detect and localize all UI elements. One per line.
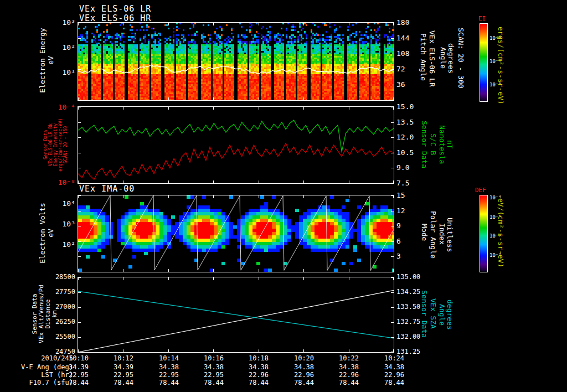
time-tick-label: 10:10 xyxy=(66,354,91,362)
p2-right-label-line: Sensor Data xyxy=(420,121,429,168)
row-value: 22.95 xyxy=(156,371,182,379)
p4-rtick-label: 133.50 xyxy=(396,303,420,311)
axis-label-line: km xyxy=(51,277,58,352)
row-value: 34.38 xyxy=(291,363,317,371)
colorbar1-label: EI xyxy=(478,15,486,22)
p2-rtick-label: 7.5 xyxy=(396,179,409,187)
els-spectrogram-panel xyxy=(78,22,394,101)
p1-right-label-line: SCAN: 20 - 300 xyxy=(457,28,465,89)
p2-rtick-label: 15.0 xyxy=(396,102,414,111)
time-tick-label: 10:20 xyxy=(291,354,317,362)
colorbar2-units: eV/(cm²-s-sr-eV) xyxy=(497,198,505,267)
row-value: 78.44 xyxy=(336,379,362,386)
time-tick-label: 10:14 xyxy=(156,354,182,362)
panel1-title-lr: VEx ELS-06 LR xyxy=(79,4,151,14)
row-value: 78.44 xyxy=(111,379,136,386)
p3-rtick-label: 9 xyxy=(396,221,401,230)
p4-rtick-label: 135.00 xyxy=(396,273,420,281)
row-value: 78.44 xyxy=(66,379,91,386)
p4-rtick-label: 134.25 xyxy=(396,288,420,296)
p3-right-label-line: Index xyxy=(438,223,446,245)
p1-right-label-line: VEx ELS-06 LR xyxy=(428,30,436,87)
p1-right-label-line: Angle xyxy=(439,47,447,69)
p1-ytick-label: 10¹ xyxy=(53,68,75,76)
time-tick-label: 10:22 xyxy=(336,354,362,362)
axis-label-line: SCAN: 20 - 150 xyxy=(63,107,68,183)
p4-rtick-label: 132.00 xyxy=(396,333,420,341)
time-tick-label: 10:24 xyxy=(382,354,407,362)
row-value: 34.38 xyxy=(201,363,226,371)
p3-ytick-label: 10⁴ xyxy=(53,199,75,208)
altitude-sza-canvas xyxy=(78,277,394,352)
row-value: 22.96 xyxy=(382,371,407,379)
bfield-line-panel xyxy=(78,106,394,184)
bfield-line-canvas xyxy=(78,107,394,183)
p2-rtick-label: 13.5 xyxy=(396,118,414,126)
time-tick-label: 10:18 xyxy=(246,354,271,362)
p2-right-label-line: nT xyxy=(446,140,454,149)
p2-right-label-line: S/C B xyxy=(429,133,437,155)
p4-right-label-line: Sensor Data xyxy=(420,290,429,338)
p3-right-label-line: Polar Angle xyxy=(429,211,437,259)
colorbar1-units: ergs/(cm²-s-sr-eV) xyxy=(497,27,505,105)
p2-y-axis-label: Sensor Data VEx ELS-06 LR Bk Energy Inte… xyxy=(43,107,68,183)
p4-right-label-line: degrees xyxy=(446,300,454,330)
p3-right-label-line: Mode xyxy=(420,224,429,241)
p2-rtick-label: 10.5 xyxy=(396,148,414,157)
colorbar1-gradient xyxy=(480,24,487,101)
colorbar1 xyxy=(480,23,488,102)
row-value: 78.44 xyxy=(291,379,317,386)
altitude-sza-panel xyxy=(78,277,394,353)
axis-label-line: Electron Volts xyxy=(38,195,47,271)
axis-label-line: ergs/(cm²-sr-sec-eV) xyxy=(58,107,63,183)
time-tick-label: 10:16 xyxy=(201,354,226,362)
p3-rtick-label: 12 xyxy=(396,207,405,215)
p1-right-label-line: Pitch Angle xyxy=(419,33,427,81)
p4-right-label-line: VEx SZA xyxy=(429,298,437,329)
p2-rtick-label: 9.0 xyxy=(396,163,409,172)
p4-rtick-label: 132.75 xyxy=(396,318,420,326)
p3-right-label-line: Unitless xyxy=(446,218,454,252)
colorbar2-gradient xyxy=(480,195,487,272)
row-value: 78.44 xyxy=(382,379,407,386)
p1-ytick-label: 10² xyxy=(53,43,75,51)
p2-right-label-line: Nanotesla xyxy=(438,125,446,164)
els-spectrogram-canvas xyxy=(78,23,394,100)
p3-ytick-label: 10² xyxy=(53,240,75,249)
p4-y-axis-label: Sensor Data VEx Alt/Venus/Pd Distance km xyxy=(32,277,58,352)
row-value: 34.38 xyxy=(336,363,362,371)
p4-right-label-line: Angle xyxy=(438,304,446,326)
row-value: 22.96 xyxy=(291,371,317,379)
p1-rtick-label: 144 xyxy=(396,34,409,42)
row-label-ve-ang: V-E Ang (deg) xyxy=(4,363,73,371)
row-value: 22.96 xyxy=(246,371,271,379)
axis-label-line: Sensor Data xyxy=(43,107,48,183)
row-value: 22.95 xyxy=(66,371,91,379)
p3-rtick-label: 15 xyxy=(396,191,405,199)
p3-y-axis-label: Electron Volts eV xyxy=(38,195,55,271)
row-value: 34.39 xyxy=(66,363,91,371)
p3-rtick-label: 6 xyxy=(396,237,401,245)
p3-ytick-label: 10³ xyxy=(53,220,75,228)
panel3-title-ima: VEx IMA-00 xyxy=(79,184,135,194)
axis-label-line: eV xyxy=(47,195,55,271)
p1-rtick-label: 36 xyxy=(396,80,405,89)
time-tick-label: 10:12 xyxy=(111,354,136,362)
p2-rtick-label: 12.0 xyxy=(396,133,414,141)
colorbar2-label: DEF xyxy=(475,187,486,194)
p1-y-axis-label: Electron Energy eV xyxy=(38,22,55,99)
p3-rtick-label: 3 xyxy=(396,252,401,260)
row-value: 78.44 xyxy=(201,379,226,386)
axis-label-line: Electron Energy xyxy=(38,22,47,99)
row-value: 78.44 xyxy=(156,379,182,386)
row-value: 78.44 xyxy=(246,379,271,386)
row-value: 34.39 xyxy=(111,363,136,371)
axis-label-line: eV xyxy=(47,22,55,99)
p1-rtick-label: 108 xyxy=(396,49,409,58)
row-label-f107: F10.7 (sfu) xyxy=(4,379,73,386)
p1-rtick-label: 72 xyxy=(396,65,405,73)
axis-label-line: Energy Intensity xyxy=(53,107,58,183)
p1-rtick-label: 180 xyxy=(396,18,409,27)
p1-right-label-line: degrees xyxy=(447,43,455,74)
p1-ytick-label: 10³ xyxy=(53,18,75,27)
